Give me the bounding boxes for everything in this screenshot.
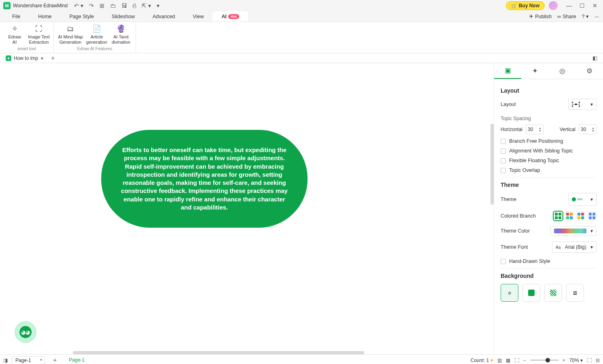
horizontal-scrollbar[interactable] — [73, 351, 364, 354]
fit-icon[interactable]: ⛶ — [514, 358, 519, 363]
align-sibling-label: Alignment With Sibling Topic — [509, 148, 573, 154]
theme-dropdown[interactable]: ▾ — [568, 193, 597, 206]
ai-mindmap-button[interactable]: 🗂AI Mind Map Generation — [57, 23, 84, 46]
panel-tab-settings[interactable]: ⚙ — [576, 63, 603, 79]
print-icon[interactable]: ⎙ — [131, 2, 138, 10]
minimize-icon[interactable]: — — [564, 2, 574, 9]
panel-tab-style[interactable]: ✦ — [521, 63, 548, 79]
topic-overlap-checkbox[interactable]: Topic Overlap — [501, 167, 597, 173]
ribbon-group-smart-tool: ✧Edraw AI ⛶Image Text Extraction smart t… — [0, 22, 54, 53]
branch-swatch-1[interactable] — [554, 212, 563, 220]
menu-ai[interactable]: AI Hot — [212, 11, 248, 21]
open-icon[interactable]: 🗀 — [108, 2, 117, 10]
help-icon[interactable]: ? ▾ — [582, 13, 589, 19]
menu-view[interactable]: View — [184, 11, 213, 21]
bg-texture-option[interactable] — [544, 284, 562, 302]
bg-image-option[interactable]: 🖼 — [566, 284, 584, 302]
flexible-floating-checkbox[interactable]: Flexible Floating Topic — [501, 158, 597, 163]
edraw-ai-button[interactable]: ✧Edraw AI — [3, 23, 26, 46]
zoom-slider[interactable] — [530, 360, 558, 361]
chevron-down-icon: ▾ — [590, 228, 593, 234]
close-icon[interactable]: ✕ — [590, 2, 600, 9]
outline-toggle-icon[interactable]: ◨ — [3, 358, 8, 363]
doc-tab-1[interactable]: ● How to imp ● — [2, 54, 47, 62]
theme-row-label: Theme — [501, 197, 516, 202]
chevron-down-icon: ▾ — [590, 244, 593, 250]
doc-tab-close-icon[interactable]: ● — [40, 55, 44, 61]
svg-rect-4 — [572, 106, 573, 107]
menu-page-style[interactable]: Page Style — [61, 11, 103, 21]
zoom-in-icon[interactable]: + — [563, 358, 565, 363]
save-icon[interactable]: 🖫 — [120, 2, 129, 10]
layout-dropdown[interactable]: ▾ — [568, 99, 597, 110]
horizontal-label: Horizontal — [501, 127, 522, 132]
texture-icon — [550, 290, 556, 296]
theme-font-label: Theme Font — [501, 244, 528, 250]
central-topic-node[interactable]: Efforts to better oneself can take time,… — [101, 130, 308, 228]
mindmap-icon: 🗂 — [67, 25, 74, 34]
view-mode-2-icon[interactable]: ▦ — [506, 358, 510, 363]
hand-drawn-checkbox[interactable]: Hand-Drawn Style — [501, 258, 597, 264]
image-text-extraction-label: Image Text Extraction — [28, 34, 50, 45]
horizontal-spinner[interactable]: 30▲▼ — [526, 125, 544, 134]
ribbon: ✧Edraw AI ⛶Image Text Extraction smart t… — [0, 22, 603, 53]
bg-color-option[interactable] — [522, 284, 540, 302]
menu-slideshow[interactable]: Slideshow — [103, 11, 144, 21]
fullscreen-icon[interactable]: ⛶ — [587, 358, 592, 363]
zoom-value[interactable]: 70% ▾ — [569, 358, 583, 363]
theme-color-label: Theme Color — [501, 228, 530, 234]
checkbox-icon — [501, 158, 506, 163]
new-icon[interactable]: ⊞ — [98, 2, 106, 10]
align-sibling-checkbox[interactable]: Alignment With Sibling Topic — [501, 148, 597, 154]
user-avatar[interactable] — [549, 1, 558, 10]
export-icon[interactable]: ⇱ ▾ — [140, 2, 153, 10]
svg-rect-3 — [572, 102, 573, 103]
ai-tarot-button[interactable]: 🔮AI Tarot divination — [110, 23, 132, 46]
canvas[interactable]: Efforts to better oneself can take time,… — [0, 63, 494, 354]
zoom-out-icon[interactable]: − — [523, 358, 526, 363]
ai-assistant-fab[interactable]: ◕◕ — [15, 321, 36, 343]
add-tab-button[interactable]: + — [47, 55, 59, 62]
panel-toggle-icon[interactable]: ◧ — [589, 55, 601, 61]
branch-swatch-4[interactable] — [588, 212, 597, 220]
menu-home[interactable]: Home — [29, 11, 60, 21]
maximize-icon[interactable]: ☐ — [577, 2, 587, 9]
publish-button[interactable]: ✈ Publish — [529, 13, 552, 19]
topic-spacing-label: Topic Spacing — [501, 116, 597, 121]
redo-icon[interactable]: ↷ — [87, 2, 96, 10]
buy-now-button[interactable]: 🛒 Buy Now — [506, 1, 545, 10]
view-mode-1-icon[interactable]: ▥ — [497, 358, 502, 363]
panel-tab-layout[interactable]: ▣ — [494, 63, 521, 79]
image-text-extraction-button[interactable]: ⛶Image Text Extraction — [28, 23, 50, 46]
quick-tools: ↶ ▾ ↷ ⊞ 🗀 🖫 ⎙ ⇱ ▾ ▾ — [72, 2, 161, 10]
article-generation-button[interactable]: 📄Article generation — [85, 23, 108, 46]
zoom-handle[interactable] — [546, 358, 550, 362]
add-page-button[interactable]: + — [49, 357, 61, 364]
collapse-panel-icon[interactable]: ⊟ — [596, 358, 600, 363]
panel-tab-icon[interactable]: ◎ — [549, 63, 576, 79]
menu-file[interactable]: File — [3, 11, 29, 21]
branch-swatch-3[interactable] — [576, 212, 585, 220]
theme-color-dropdown[interactable]: ▾ — [550, 226, 597, 236]
branch-free-checkbox[interactable]: Branch Free Positioning — [501, 138, 597, 144]
undo-icon[interactable]: ↶ ▾ — [72, 2, 85, 10]
vertical-scrollbar[interactable] — [490, 124, 494, 205]
page-dropdown[interactable]: Page-1 — [12, 356, 45, 364]
checkbox-icon — [501, 168, 506, 173]
theme-font-dropdown[interactable]: Aa Arial (Big)▾ — [552, 241, 597, 253]
menu-advanced[interactable]: Advanced — [144, 11, 184, 21]
collapse-ribbon-icon[interactable]: ︿ — [595, 13, 600, 20]
share-button[interactable]: ∞ Share — [557, 14, 576, 19]
branch-swatch-2[interactable] — [565, 212, 574, 220]
theme-font-value: Arial (Big) — [565, 244, 586, 250]
more-icon[interactable]: ▾ — [155, 2, 161, 10]
vertical-label: Vertical — [560, 127, 575, 132]
doc-tab-1-label: How to imp — [14, 55, 38, 61]
page-tab-active[interactable]: Page-1 — [64, 355, 89, 364]
vertical-spinner[interactable]: 30▲▼ — [579, 125, 597, 134]
workspace: Efforts to better oneself can take time,… — [0, 63, 603, 354]
hand-drawn-label: Hand-Drawn Style — [509, 258, 550, 264]
panel-tabs: ▣ ✦ ◎ ⚙ — [494, 63, 603, 79]
color-strip-icon — [554, 229, 586, 233]
bg-none-option[interactable]: ⊘ — [501, 284, 518, 302]
